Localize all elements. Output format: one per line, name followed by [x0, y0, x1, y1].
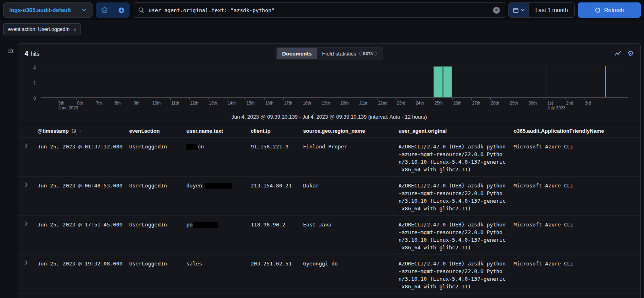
table-row: Jun 25, 2023 @ 19:32:08.000 UserLoggedIn… — [18, 255, 640, 294]
app-friendly-name-cell: Microsoft Azure CLI — [510, 216, 640, 255]
user-agent-cell: AZURECLI/2.47.0 (DEB) azsdk-python-azure… — [395, 255, 510, 294]
column-header-app-friendly-name[interactable]: o365.audit.ApplicationFriendlyName — [510, 124, 640, 138]
data-view-selector[interactable]: logs-o365.audit-default — [3, 2, 93, 18]
filter-pill-label: event.action: UserLoggedIn — [8, 27, 70, 32]
user-name-cell: po — [183, 216, 248, 255]
client-ip-cell: 118.98.90.2 — [248, 216, 300, 255]
remove-filter-button[interactable]: × — [73, 27, 76, 33]
time-range-caption: Jun 4, 2023 @ 09:39:10.139 - Jul 4, 2023… — [18, 112, 640, 124]
user-agent-cell: AZURECLI/2.47.0 (DEB) azsdk-python-azure… — [395, 138, 510, 177]
chevron-down-icon — [82, 8, 87, 12]
beta-badge: BETA — [359, 51, 376, 56]
x-tick-label: 27th — [472, 101, 480, 105]
x-tick-label: 23rd — [397, 101, 405, 105]
timestamp-cell: Jun 25, 2023 @ 01:37:32.000 — [34, 138, 126, 177]
column-header-event-action[interactable]: event.action — [126, 124, 183, 138]
client-ip-cell: 213.154.80.21 — [248, 177, 300, 216]
month-label: July 2023 — [547, 105, 566, 110]
user-name-cell: sales — [183, 255, 248, 294]
histogram-bar[interactable] — [443, 66, 452, 97]
x-tick-label: 12th — [190, 101, 198, 105]
hits-label: hits — [31, 51, 39, 57]
saved-query-menu-button[interactable] — [96, 2, 113, 18]
sort-ascending-icon[interactable]: ↑ — [79, 128, 82, 134]
x-tick-label: 19th — [322, 101, 330, 105]
refresh-button[interactable]: Refresh — [578, 2, 641, 18]
histogram-plot — [41, 66, 628, 98]
x-tick-label: 18th — [303, 101, 311, 105]
hits-summary: 4 hits — [25, 50, 39, 58]
x-tick-label: 9th — [134, 101, 140, 105]
add-filter-button[interactable] — [113, 2, 130, 18]
time-picker: Last 1 month — [508, 2, 575, 18]
quick-select-button[interactable] — [509, 3, 528, 17]
expand-row-button[interactable] — [23, 143, 29, 148]
hits-count: 4 — [25, 50, 28, 58]
clock-icon — [71, 128, 76, 134]
documents-table: @timestamp ↑ event.action user.name.text… — [18, 124, 640, 298]
timestamp-cell: Jun 25, 2023 @ 06:48:53.000 — [34, 177, 126, 216]
x-tick-label: 25th — [434, 101, 442, 105]
column-header-user-agent[interactable]: user_agent.original — [395, 124, 510, 138]
x-tick-label: 1st — [547, 101, 553, 105]
client-ip-cell: 91.158.221.9 — [248, 138, 300, 177]
table-row: Jun 25, 2023 @ 17:51:45.000 UserLoggedIn… — [18, 216, 640, 255]
expand-row-button[interactable] — [23, 182, 29, 187]
column-header-user-name[interactable]: user.name.text — [183, 124, 248, 138]
filter-bar: event.action: UserLoggedIn × — [0, 20, 644, 39]
event-action-cell: UserLoggedIn — [126, 138, 183, 177]
results-panel: 4 hits Documents Field statistics BETA — [18, 43, 641, 298]
histogram-x-axis: 5th6th7th8th9th10th11th12th13th14th15th1… — [41, 98, 628, 112]
x-tick-label: 16th — [265, 101, 273, 105]
histogram: 012 5th6th7th8th9th10th11th12th13th14th1… — [41, 66, 628, 112]
clear-query-button[interactable]: × — [493, 7, 500, 14]
x-tick-label: 2nd — [566, 101, 573, 105]
settings-button[interactable]: ⚙ — [627, 50, 634, 57]
tab-field-statistics[interactable]: Field statistics BETA — [317, 48, 382, 59]
query-controls — [96, 2, 130, 18]
tab-documents[interactable]: Documents — [277, 48, 317, 59]
redacted-value — [193, 222, 218, 228]
table-row: Jun 25, 2023 @ 06:48:53.000 UserLoggedIn… — [18, 177, 640, 216]
table-header-row: @timestamp ↑ event.action user.name.text… — [18, 124, 640, 138]
header-actions: ⚙ — [615, 50, 634, 57]
expand-row-button[interactable] — [23, 221, 29, 226]
x-tick-label: 6th — [77, 101, 83, 105]
timestamp-cell: Jun 25, 2023 @ 17:51:45.000 — [34, 216, 126, 255]
column-header-timestamp[interactable]: @timestamp ↑ — [34, 124, 126, 138]
column-header-client-ip[interactable]: client.ip — [248, 124, 300, 138]
chart-options-icon — [615, 50, 621, 57]
minus-circle-icon — [101, 7, 108, 14]
chart-options-button[interactable] — [615, 50, 621, 57]
table-row: Jun 25, 2023 @ 01:37:32.000 UserLoggedIn… — [18, 138, 640, 177]
region-cell: East Java — [300, 216, 395, 255]
histogram-y-axis: 012 — [28, 66, 37, 98]
expand-sidebar-button[interactable] — [7, 47, 14, 54]
x-tick-label: 14th — [228, 101, 236, 105]
data-view-label: logs-o365.audit-default — [9, 7, 71, 13]
histogram-bar[interactable] — [433, 66, 442, 97]
x-tick-label: 20th — [341, 101, 349, 105]
region-cell: Dakar — [300, 177, 395, 216]
month-boundary-line — [547, 66, 547, 97]
time-range-button[interactable]: Last 1 month — [528, 3, 574, 17]
histogram-section: 012 5th6th7th8th9th10th11th12th13th14th1… — [18, 63, 640, 112]
x-tick-label: 5th — [58, 101, 64, 105]
x-tick-label: 17th — [284, 101, 292, 105]
search-icon — [138, 7, 144, 13]
user-agent-cell: AZURECLI/2.47.0 (DEB) azsdk-python-azure… — [395, 216, 510, 255]
expand-row-button[interactable] — [23, 260, 29, 265]
top-bar: logs-o365.audit-default × — [0, 0, 644, 20]
header-expand-cell — [18, 124, 34, 138]
event-action-cell: UserLoggedIn — [126, 177, 183, 216]
x-tick-label: 26th — [453, 101, 461, 105]
client-ip-cell: 203.251.62.51 — [248, 255, 300, 294]
x-tick-label: 13th — [209, 101, 217, 105]
gear-icon: ⚙ — [627, 50, 634, 57]
user-name-cell: duyen — [183, 177, 248, 216]
filter-pill[interactable]: event.action: UserLoggedIn × — [3, 23, 81, 35]
column-header-region[interactable]: source.geo.region_name — [300, 124, 395, 138]
query-input[interactable] — [149, 7, 489, 13]
chevron-down-icon — [521, 9, 524, 11]
x-tick-label: 30th — [528, 101, 537, 105]
